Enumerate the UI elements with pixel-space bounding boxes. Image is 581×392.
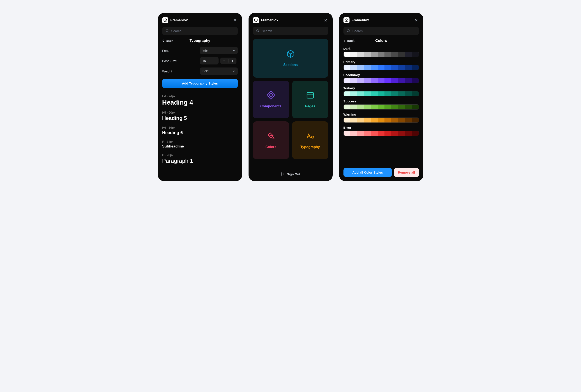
color-swatch[interactable]	[344, 78, 350, 83]
color-swatch[interactable]	[405, 105, 412, 109]
color-swatch[interactable]	[391, 131, 398, 136]
search-input[interactable]	[262, 29, 325, 33]
color-swatch[interactable]	[378, 105, 385, 109]
color-swatch[interactable]	[384, 105, 391, 109]
color-swatch[interactable]	[371, 131, 378, 136]
color-swatch[interactable]	[398, 65, 405, 70]
color-swatch[interactable]	[350, 131, 357, 136]
card-components[interactable]: Components	[253, 81, 289, 118]
color-swatch[interactable]	[378, 78, 385, 83]
color-swatch[interactable]	[405, 52, 412, 57]
color-swatch[interactable]	[357, 78, 364, 83]
color-swatch[interactable]	[350, 65, 357, 70]
back-button[interactable]: Back	[344, 39, 355, 42]
color-swatch[interactable]	[357, 118, 364, 122]
color-swatch[interactable]	[344, 52, 350, 57]
font-select[interactable]: Inter	[200, 47, 238, 54]
color-swatch[interactable]	[384, 118, 391, 122]
color-swatch[interactable]	[405, 118, 412, 122]
color-swatch[interactable]	[391, 78, 398, 83]
size-increase-button[interactable]: +	[228, 57, 236, 64]
color-swatch[interactable]	[371, 65, 378, 70]
color-swatch[interactable]	[405, 131, 412, 136]
color-swatch[interactable]	[405, 91, 412, 96]
color-swatch[interactable]	[391, 52, 398, 57]
color-swatch[interactable]	[412, 118, 419, 122]
card-sections[interactable]: Sections	[253, 39, 328, 78]
color-swatch[interactable]	[378, 52, 385, 57]
color-swatch[interactable]	[350, 78, 357, 83]
color-swatch[interactable]	[398, 91, 405, 96]
color-swatch[interactable]	[357, 105, 364, 109]
color-swatch[interactable]	[378, 131, 385, 136]
color-swatch[interactable]	[412, 65, 419, 70]
color-swatch[interactable]	[371, 105, 378, 109]
color-swatch[interactable]	[344, 105, 350, 109]
color-swatch[interactable]	[398, 131, 405, 136]
color-swatch[interactable]	[398, 78, 405, 83]
color-swatch[interactable]	[357, 131, 364, 136]
color-swatch[interactable]	[384, 78, 391, 83]
color-swatch[interactable]	[378, 91, 385, 96]
color-swatch[interactable]	[371, 78, 378, 83]
color-swatch[interactable]	[344, 65, 350, 70]
color-swatch[interactable]	[371, 52, 378, 57]
color-swatch[interactable]	[391, 118, 398, 122]
base-size-input[interactable]: 16	[200, 57, 218, 64]
color-swatch[interactable]	[371, 91, 378, 96]
remove-all-button[interactable]: Remove all	[394, 168, 419, 177]
search-bar[interactable]	[253, 27, 328, 35]
color-swatch[interactable]	[398, 105, 405, 109]
close-icon[interactable]: ✕	[232, 17, 238, 23]
color-swatch[interactable]	[405, 65, 412, 70]
color-swatch[interactable]	[350, 105, 357, 109]
color-swatch[interactable]	[384, 65, 391, 70]
close-icon[interactable]: ✕	[414, 17, 419, 23]
search-bar[interactable]	[162, 27, 238, 35]
color-swatch[interactable]	[384, 131, 391, 136]
color-swatch[interactable]	[391, 91, 398, 96]
color-swatch[interactable]	[398, 118, 405, 122]
color-swatch[interactable]	[412, 52, 419, 57]
color-swatch[interactable]	[412, 131, 419, 136]
color-swatch[interactable]	[364, 105, 371, 109]
color-swatch[interactable]	[350, 118, 357, 122]
color-swatch[interactable]	[412, 78, 419, 83]
color-swatch[interactable]	[364, 131, 371, 136]
add-typography-button[interactable]: Add Typography Styles	[162, 79, 238, 88]
signout-button[interactable]: Sign Out	[253, 168, 328, 177]
color-swatch[interactable]	[350, 91, 357, 96]
color-swatch[interactable]	[371, 118, 378, 122]
color-swatch[interactable]	[405, 78, 412, 83]
color-swatch[interactable]	[384, 91, 391, 96]
color-swatch[interactable]	[344, 131, 350, 136]
color-swatch[interactable]	[350, 52, 357, 57]
card-colors[interactable]: Colors	[253, 121, 289, 159]
search-input[interactable]	[352, 29, 416, 33]
search-bar[interactable]	[344, 27, 419, 35]
color-swatch[interactable]	[344, 118, 350, 122]
color-swatch[interactable]	[412, 105, 419, 109]
color-swatch[interactable]	[357, 52, 364, 57]
search-input[interactable]	[171, 29, 235, 33]
weight-select[interactable]: Bold	[200, 67, 238, 75]
card-pages[interactable]: Pages	[292, 81, 328, 118]
close-icon[interactable]: ✕	[323, 17, 328, 23]
color-swatch[interactable]	[364, 78, 371, 83]
color-swatch[interactable]	[378, 65, 385, 70]
color-swatch[interactable]	[357, 65, 364, 70]
card-typography[interactable]: Typography	[292, 121, 328, 159]
color-swatch[interactable]	[412, 91, 419, 96]
color-swatch[interactable]	[391, 105, 398, 109]
color-swatch[interactable]	[344, 91, 350, 96]
color-swatch[interactable]	[364, 52, 371, 57]
color-swatch[interactable]	[364, 91, 371, 96]
color-swatch[interactable]	[364, 118, 371, 122]
color-swatch[interactable]	[384, 52, 391, 57]
color-swatch[interactable]	[398, 52, 405, 57]
color-swatch[interactable]	[357, 91, 364, 96]
color-swatch[interactable]	[391, 65, 398, 70]
back-button[interactable]: Back	[162, 39, 174, 42]
size-decrease-button[interactable]: −	[220, 57, 228, 64]
color-swatch[interactable]	[378, 118, 385, 122]
